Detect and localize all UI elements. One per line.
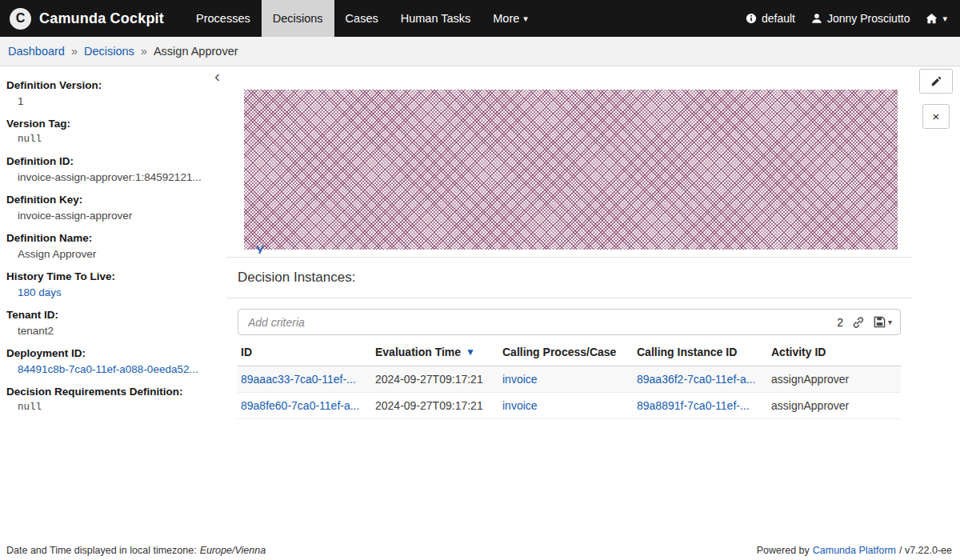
- powered-prefix: Powered by: [757, 545, 810, 556]
- nav-item-human-tasks[interactable]: Human Tasks: [390, 0, 482, 37]
- app-title: Camunda Cockpit: [39, 10, 164, 27]
- instances-heading: Decision Instances:: [238, 270, 355, 286]
- breadcrumb-separator-icon: »: [71, 45, 78, 58]
- nav-item-label: Processes: [196, 12, 250, 25]
- result-count: 2: [837, 316, 843, 329]
- definition-sidebar: ‹ Definition Version: 1 Version Tag: nul…: [0, 66, 226, 541]
- content-area: ‹ Definition Version: 1 Version Tag: nul…: [0, 66, 960, 541]
- edit-definition-button[interactable]: [919, 69, 953, 94]
- timezone-prefix: Date and Time displayed in local timezon…: [6, 545, 197, 556]
- field-label: Deployment ID:: [6, 347, 220, 359]
- caret-down-icon: ▾: [942, 14, 947, 23]
- right-tool-column: ×: [912, 66, 960, 541]
- user-icon: [811, 13, 822, 24]
- field-value: Assign Approver: [6, 248, 220, 260]
- nav-item-label: More: [493, 12, 519, 25]
- field-definition-id: Definition ID: invoice-assign-approver:1…: [6, 155, 220, 183]
- save-search-button[interactable]: ▾: [874, 316, 892, 328]
- engine-selector[interactable]: default: [746, 12, 795, 25]
- breadcrumb-separator-icon: »: [141, 45, 147, 58]
- version-label: / v7.22.0-ee: [899, 545, 952, 556]
- field-definition-name: Definition Name: Assign Approver: [6, 232, 220, 260]
- brand-home-link[interactable]: C Camunda Cockpit: [0, 0, 175, 37]
- powered-by: Powered by Camunda Platform / v7.22.0-ee: [757, 545, 952, 556]
- col-header-label: Evaluation Time: [375, 346, 461, 358]
- apps-home-menu[interactable]: ▾: [926, 13, 947, 24]
- sort-desc-icon[interactable]: ▼: [466, 347, 475, 357]
- field-value: null: [6, 402, 220, 413]
- instance-id-link[interactable]: 89aaac33-7ca0-11ef-...: [241, 373, 375, 386]
- calling-process-link[interactable]: invoice: [502, 399, 637, 412]
- breadcrumb-decisions[interactable]: Decisions: [84, 45, 134, 58]
- nav-item-more[interactable]: More ▾: [482, 0, 539, 37]
- field-value: invoice-assign-approver:1:84592121...: [6, 171, 220, 183]
- home-icon: [926, 13, 938, 24]
- dmn-table-preview: [226, 66, 912, 258]
- history-ttl-link[interactable]: 180 days: [6, 286, 220, 298]
- deployment-id-link[interactable]: 84491c8b-7ca0-11ef-a088-0eeda52...: [6, 363, 220, 375]
- close-panel-button[interactable]: ×: [922, 104, 950, 129]
- field-history-ttl: History Time To Live: 180 days: [6, 270, 220, 298]
- engine-label: default: [762, 12, 795, 25]
- camunda-cockpit-app: C Camunda Cockpit Processes Decisions Ca…: [0, 0, 960, 560]
- pencil-icon: [930, 76, 942, 87]
- calling-instance-link[interactable]: 89a8891f-7ca0-11ef-...: [637, 399, 771, 412]
- field-value: null: [6, 134, 220, 145]
- close-icon: ×: [933, 110, 940, 123]
- nav-item-decisions[interactable]: Decisions: [262, 0, 334, 37]
- col-header-calling-process: Calling Process/Case: [502, 346, 637, 358]
- field-value: invoice-assign-approver: [6, 210, 220, 222]
- col-header-calling-instance: Calling Instance ID: [637, 346, 771, 358]
- camunda-logo-icon: C: [10, 8, 31, 30]
- field-version-tag: Version Tag: null: [6, 118, 220, 145]
- user-name: Jonny Prosciutto: [827, 12, 910, 25]
- main-panel: Decision Instances: 2: [226, 66, 912, 541]
- activity-id-cell: assignApprover: [771, 373, 898, 386]
- instances-heading-bar: Decision Instances:: [226, 258, 912, 298]
- sidebar-collapse-icon[interactable]: ‹: [214, 67, 220, 84]
- field-definition-key: Definition Key: invoice-assign-approver: [6, 194, 220, 222]
- breadcrumb-current: Assign Approver: [154, 45, 238, 58]
- field-label: Definition ID:: [6, 155, 220, 167]
- field-tenant-id: Tenant ID: tenant2: [6, 309, 220, 337]
- decision-instances-table: ID Evaluation Time ▼ Calling Process/Cas…: [238, 335, 901, 419]
- calling-instance-link[interactable]: 89aa36f2-7ca0-11ef-a...: [637, 373, 771, 386]
- activity-id-cell: assignApprover: [771, 399, 898, 412]
- search-input[interactable]: [246, 315, 837, 330]
- camunda-platform-link[interactable]: Camunda Platform: [813, 545, 896, 556]
- copy-link-icon[interactable]: [852, 316, 865, 329]
- timezone-note: Date and Time displayed in local timezon…: [6, 545, 266, 556]
- field-label: History Time To Live:: [6, 270, 220, 282]
- col-header-id: ID: [241, 346, 375, 358]
- timezone-value: Europe/Vienna: [200, 545, 266, 556]
- nav-item-label: Decisions: [273, 12, 323, 25]
- nav-item-cases[interactable]: Cases: [334, 0, 390, 37]
- breadcrumb-dashboard[interactable]: Dashboard: [8, 45, 65, 58]
- evaluation-time-cell: 2024-09-27T09:17:21: [375, 399, 502, 412]
- user-menu[interactable]: Jonny Prosciutto: [811, 12, 910, 25]
- field-label: Tenant ID:: [6, 309, 220, 321]
- evaluation-time-cell: 2024-09-27T09:17:21: [375, 373, 502, 386]
- caret-down-icon: ▾: [888, 318, 892, 326]
- field-label: Decision Requirements Definition:: [6, 386, 220, 398]
- nav-item-label: Human Tasks: [401, 12, 471, 25]
- col-header-evaluation-time[interactable]: Evaluation Time ▼: [375, 346, 502, 358]
- table-row: 89aaac33-7ca0-11ef-... 2024-09-27T09:17:…: [238, 366, 901, 393]
- breadcrumb: Dashboard » Decisions » Assign Approver: [0, 37, 960, 66]
- instance-id-link[interactable]: 89a8fe60-7ca0-11ef-a...: [241, 399, 375, 412]
- field-label: Definition Version:: [6, 79, 220, 91]
- caret-down-icon: ▾: [523, 14, 528, 23]
- field-definition-version: Definition Version: 1: [6, 79, 220, 107]
- info-icon: [746, 13, 757, 24]
- search-criteria-bar: 2 ▾: [238, 309, 901, 335]
- field-label: Definition Key:: [6, 194, 220, 206]
- table-header-row: ID Evaluation Time ▼ Calling Process/Cas…: [238, 335, 901, 366]
- search-tools: 2 ▾: [837, 316, 892, 329]
- nav-item-processes[interactable]: Processes: [185, 0, 262, 37]
- field-label: Version Tag:: [6, 118, 220, 130]
- top-navbar: C Camunda Cockpit Processes Decisions Ca…: [0, 0, 960, 37]
- table-row: 89a8fe60-7ca0-11ef-a... 2024-09-27T09:17…: [238, 393, 901, 419]
- save-icon: [874, 316, 886, 328]
- calling-process-link[interactable]: invoice: [502, 373, 637, 386]
- field-deployment-id: Deployment ID: 84491c8b-7ca0-11ef-a088-0…: [6, 347, 220, 375]
